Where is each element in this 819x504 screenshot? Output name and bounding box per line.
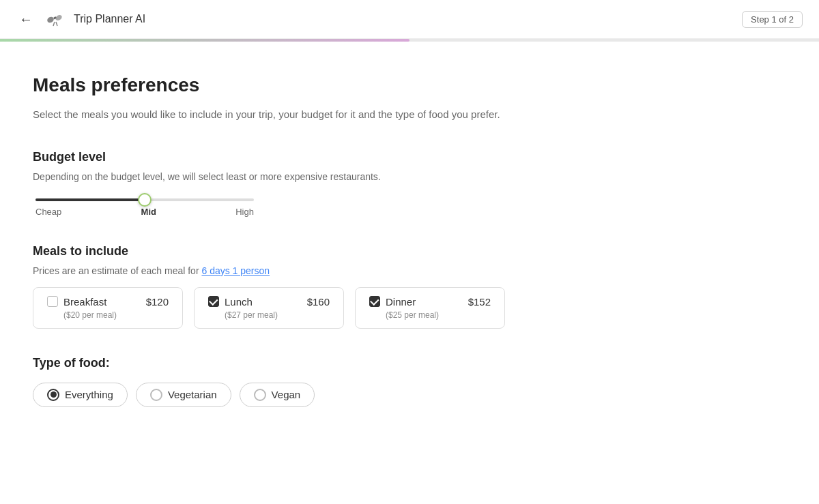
prices-note: Prices are an estimate of each meal for … xyxy=(33,265,513,276)
budget-title: Budget level xyxy=(33,150,513,164)
header-left: ← Trip Planner AI xyxy=(16,8,145,30)
main-content: Meals preferences Select the meals you w… xyxy=(0,42,546,462)
radio-dot-vegan xyxy=(254,389,266,401)
food-type-radio-group: Everything Vegetarian Vegan xyxy=(33,383,513,407)
svg-point-0 xyxy=(46,16,55,24)
back-button[interactable]: ← xyxy=(16,9,35,30)
app-title: Trip Planner AI xyxy=(74,13,145,25)
prices-note-prefix: Prices are an estimate of each meal for xyxy=(33,265,201,276)
page-title: Meals preferences xyxy=(33,74,513,96)
dinner-per-meal: ($25 per meal) xyxy=(386,310,491,320)
meal-card-dinner[interactable]: Dinner $152 ($25 per meal) xyxy=(355,287,505,329)
prices-link[interactable]: 6 days 1 person xyxy=(201,265,270,276)
meal-card-lunch-top: Lunch $160 xyxy=(208,296,330,308)
svg-line-3 xyxy=(53,22,55,26)
dinner-price: $152 xyxy=(468,296,491,308)
budget-desc: Depending on the budget level, we will s… xyxy=(33,171,513,182)
meal-card-lunch[interactable]: Lunch $160 ($27 per meal) xyxy=(194,287,344,329)
radio-label-vegan: Vegan xyxy=(272,389,301,400)
slider-fill xyxy=(35,198,145,201)
step-badge: Step 1 of 2 xyxy=(742,11,803,28)
budget-section: Budget level Depending on the budget lev… xyxy=(33,150,513,217)
slider-label-cheap: Cheap xyxy=(35,207,61,217)
slider-thumb[interactable] xyxy=(138,193,152,207)
slider-label-mid: Mid xyxy=(141,207,156,217)
radio-label-everything: Everything xyxy=(65,389,113,400)
slider-container: Cheap Mid High xyxy=(33,198,513,217)
dinner-checkbox[interactable] xyxy=(369,296,380,307)
slider-labels: Cheap Mid High xyxy=(35,207,254,217)
progress-bar xyxy=(0,39,819,42)
breakfast-name: Breakfast xyxy=(63,296,106,308)
lunch-name: Lunch xyxy=(225,296,253,308)
lunch-per-meal: ($27 per meal) xyxy=(225,310,330,320)
radio-label-vegetarian: Vegetarian xyxy=(168,389,217,400)
meal-card-breakfast-left: Breakfast xyxy=(47,296,106,308)
header: ← Trip Planner AI Step 1 of 2 xyxy=(0,0,819,39)
breakfast-price: $120 xyxy=(146,296,169,308)
meal-card-dinner-left: Dinner xyxy=(369,296,416,308)
radio-vegetarian[interactable]: Vegetarian xyxy=(136,383,231,407)
logo-icon xyxy=(44,8,66,30)
food-type-label: Type of food: xyxy=(33,356,513,370)
radio-dot-vegetarian xyxy=(150,389,162,401)
lunch-price: $160 xyxy=(307,296,330,308)
meal-cards: Breakfast $120 ($20 per meal) Lunch $160… xyxy=(33,287,513,329)
meal-card-lunch-left: Lunch xyxy=(208,296,253,308)
radio-vegan[interactable]: Vegan xyxy=(240,383,315,407)
meal-card-breakfast[interactable]: Breakfast $120 ($20 per meal) xyxy=(33,287,183,329)
meal-card-breakfast-top: Breakfast $120 xyxy=(47,296,169,308)
breakfast-checkbox[interactable] xyxy=(47,296,58,307)
radio-dot-everything xyxy=(47,389,59,401)
lunch-checkbox[interactable] xyxy=(208,296,219,307)
breakfast-per-meal: ($20 per meal) xyxy=(63,310,169,320)
slider-label-high: High xyxy=(235,207,254,217)
food-type-section: Type of food: Everything Vegetarian Vega… xyxy=(33,356,513,407)
meals-title: Meals to include xyxy=(33,244,513,258)
progress-bar-fill xyxy=(0,39,410,42)
meal-card-dinner-top: Dinner $152 xyxy=(369,296,491,308)
slider-track xyxy=(35,198,254,201)
radio-everything[interactable]: Everything xyxy=(33,383,128,407)
meals-section: Meals to include Prices are an estimate … xyxy=(33,244,513,329)
page-subtitle: Select the meals you would like to inclu… xyxy=(33,107,513,123)
svg-line-4 xyxy=(56,22,57,26)
dinner-name: Dinner xyxy=(386,296,416,308)
